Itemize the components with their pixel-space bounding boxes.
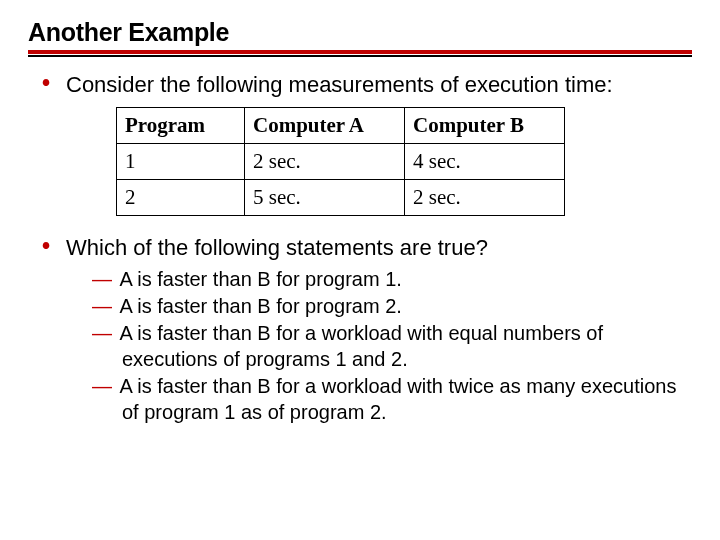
table-row: 1 2 sec. 4 sec.	[117, 144, 565, 180]
table-header-row: Program Computer A Computer B	[117, 108, 565, 144]
dash-icon: —	[92, 375, 115, 397]
sub-item: — A is faster than B for program 2.	[122, 293, 692, 319]
sub-item: — A is faster than B for a workload with…	[122, 320, 692, 372]
cell: 5 sec.	[245, 179, 405, 215]
cell: 2	[117, 179, 245, 215]
cell: 2 sec.	[245, 144, 405, 180]
th-computer-a: Computer A	[245, 108, 405, 144]
sub-text: A is faster than B for a workload with e…	[119, 322, 603, 370]
slide-title: Another Example	[28, 18, 692, 50]
table-wrap: Program Computer A Computer B 1 2 sec. 4…	[66, 99, 692, 224]
dash-icon: —	[92, 268, 115, 290]
bullet-item-1: Consider the following measurements of e…	[38, 71, 692, 224]
dash-icon: —	[92, 295, 115, 317]
sub-item: — A is faster than B for a workload with…	[122, 373, 692, 425]
bullet-item-2: Which of the following statements are tr…	[38, 234, 692, 425]
cell: 2 sec.	[405, 179, 565, 215]
cell: 1	[117, 144, 245, 180]
bullet1-text: Consider the following measurements of e…	[66, 72, 613, 97]
bullet2-text: Which of the following statements are tr…	[66, 235, 488, 260]
execution-time-table: Program Computer A Computer B 1 2 sec. 4…	[116, 107, 565, 216]
title-underline	[28, 50, 692, 57]
sub-text: A is faster than B for program 2.	[119, 295, 401, 317]
sub-text: A is faster than B for program 1.	[119, 268, 401, 290]
th-program: Program	[117, 108, 245, 144]
sub-item: — A is faster than B for program 1.	[122, 266, 692, 292]
sub-list: — A is faster than B for program 1. — A …	[66, 266, 692, 425]
th-computer-b: Computer B	[405, 108, 565, 144]
cell: 4 sec.	[405, 144, 565, 180]
main-list: Consider the following measurements of e…	[28, 71, 692, 425]
table-row: 2 5 sec. 2 sec.	[117, 179, 565, 215]
dash-icon: —	[92, 322, 115, 344]
sub-text: A is faster than B for a workload with t…	[119, 375, 676, 423]
